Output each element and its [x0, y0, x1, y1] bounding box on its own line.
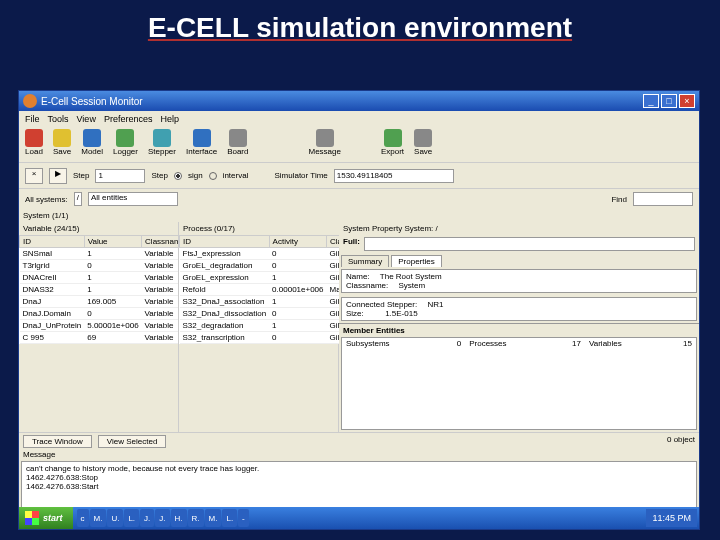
task-item[interactable]: - [238, 509, 249, 527]
entity-select[interactable]: All entities [88, 192, 178, 206]
tab-properties[interactable]: Properties [391, 255, 441, 267]
tool-save[interactable]: Save [53, 129, 71, 160]
table-row: S32_DnaJ_association1Gillesp [180, 296, 357, 308]
step-label2: Step [151, 171, 167, 180]
close-button[interactable]: × [679, 94, 695, 108]
table-row: DNAS321Variable [20, 284, 179, 296]
slide-title: E-CELL simulation environment [0, 0, 720, 50]
selector-row: All systems: / All entities Find [19, 189, 699, 209]
tool-interface[interactable]: Interface [186, 129, 217, 160]
tool-message[interactable]: Message [308, 129, 340, 160]
app-icon [23, 94, 37, 108]
task-item[interactable]: L. [222, 509, 237, 527]
task-item[interactable]: M. [90, 509, 107, 527]
variable-header: Variable (24/15) [19, 222, 178, 235]
task-item[interactable]: H. [171, 509, 187, 527]
task-item[interactable]: J. [155, 509, 169, 527]
member-table: Subsystems0 Processes17 Variables15 [341, 337, 697, 430]
tool-save2[interactable]: Save [414, 129, 432, 160]
process-header: Process (0/17) [179, 222, 357, 235]
table-row: DnaJ.Domain0Variable [20, 308, 179, 320]
trace-window-button[interactable]: Trace Window [23, 435, 92, 448]
table-row: C 99569Variable [20, 332, 179, 344]
object-count: 0 object [667, 435, 695, 448]
table-row: T3rlgrid0Variable [20, 260, 179, 272]
tool-board[interactable]: Board [227, 129, 248, 160]
tool-model[interactable]: Model [81, 129, 103, 160]
table-row: GroEL_degradation0Gillesp [180, 260, 357, 272]
start-button[interactable]: start [19, 507, 73, 529]
toolbar: Load Save Model Logger Stepper Interface… [19, 127, 699, 163]
content-area: Variable (24/15) IDValueClassname SNSmaI… [19, 222, 699, 432]
step-input[interactable] [95, 169, 145, 183]
system-property-label: System Property System: / [339, 222, 699, 235]
radio-sign[interactable] [174, 172, 182, 180]
task-item[interactable]: R. [188, 509, 204, 527]
task-item[interactable]: U. [107, 509, 123, 527]
tool-logger[interactable]: Logger [113, 129, 138, 160]
menu-preferences[interactable]: Preferences [104, 114, 153, 124]
menubar: File Tools View Preferences Help [19, 111, 699, 127]
message-area[interactable]: can't change to history mode, because no… [21, 461, 697, 509]
menu-view[interactable]: View [77, 114, 96, 124]
window-title: E-Cell Session Monitor [41, 96, 143, 107]
full-select[interactable] [364, 237, 695, 251]
step-back-button[interactable]: × [25, 168, 43, 184]
tab-summary[interactable]: Summary [341, 255, 389, 267]
menu-help[interactable]: Help [160, 114, 179, 124]
clock: 11:45 PM [652, 513, 691, 523]
step-fwd-button[interactable]: ▶ [49, 168, 67, 184]
app-window: E-Cell Session Monitor _ □ × File Tools … [18, 90, 700, 530]
maximize-button[interactable]: □ [661, 94, 677, 108]
process-list[interactable]: IDActivityClass FtsJ_expression0Gillesp … [179, 235, 357, 344]
table-row: FtsJ_expression0Gillesp [180, 248, 357, 260]
table-row: Refold0.00001e+006Mass [180, 284, 357, 296]
table-row: DNACreII1Variable [20, 272, 179, 284]
table-row: S32_DnaJ_dissociation0Gillesp [180, 308, 357, 320]
system-tray[interactable]: 11:45 PM [646, 509, 697, 527]
system-list-header: System (1/1) [19, 209, 699, 222]
task-item[interactable]: J. [140, 509, 154, 527]
variable-list[interactable]: IDValueClassname SNSmaI1Variable T3rlgri… [19, 235, 178, 344]
windows-icon [25, 511, 39, 525]
task-item[interactable]: L. [124, 509, 139, 527]
table-row: S32_degradation1Gillesp [180, 320, 357, 332]
menu-file[interactable]: File [25, 114, 40, 124]
find-input[interactable] [633, 192, 693, 206]
simtime-value [334, 169, 454, 183]
message-label: Message [19, 450, 699, 459]
table-row: DnaJ169.005Variable [20, 296, 179, 308]
find-label: Find [611, 195, 627, 204]
control-row: × ▶ Step Step sign interval Simulator Ti… [19, 163, 699, 189]
view-selected-button[interactable]: View Selected [98, 435, 167, 448]
system-label: All systems: [25, 195, 68, 204]
system-select[interactable]: / [74, 192, 82, 206]
tool-stepper[interactable]: Stepper [148, 129, 176, 160]
table-row: GroEL_expression1Gillesp [180, 272, 357, 284]
minimize-button[interactable]: _ [643, 94, 659, 108]
radio-interval[interactable] [209, 172, 217, 180]
property-panel: System Property System: / Full: Summary … [339, 222, 699, 432]
tool-load[interactable]: Load [25, 129, 43, 160]
task-item[interactable]: c [77, 509, 89, 527]
table-row: SNSmaI1Variable [20, 248, 179, 260]
task-item[interactable]: M. [205, 509, 222, 527]
step-label: Step [73, 171, 89, 180]
menu-tools[interactable]: Tools [48, 114, 69, 124]
table-row: S32_transcription0Gillesp [180, 332, 357, 344]
table-row: DnaJ_UnProtein5.00001e+006Variable [20, 320, 179, 332]
bottom-panel: Trace Window View Selected 0 object Mess… [19, 432, 699, 502]
member-header: Member Entities [339, 323, 699, 337]
simtime-label: Simulator Time [274, 171, 327, 180]
tool-export[interactable]: Export [381, 129, 404, 160]
taskbar: start c M. U. L. J. J. H. R. M. L. - 11:… [19, 507, 699, 529]
titlebar: E-Cell Session Monitor _ □ × [19, 91, 699, 111]
